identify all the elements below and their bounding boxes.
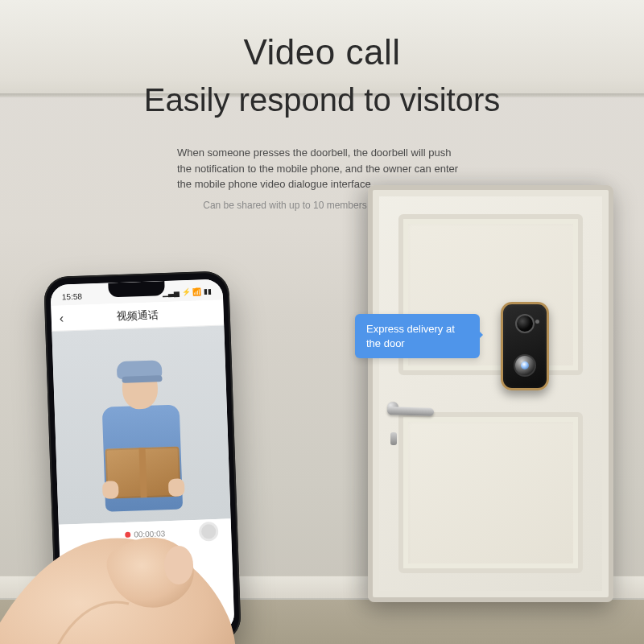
phone-notch [108, 281, 165, 297]
doorbell-ir-led [535, 320, 539, 324]
doorbell-ring-button[interactable] [514, 354, 536, 377]
shutter-button[interactable] [199, 522, 219, 542]
call-timer: 00:00:03 [134, 529, 165, 539]
switch-audio-button[interactable]: ⇄ 切换至语音 [163, 553, 213, 592]
record-icon [125, 531, 130, 537]
speaker-button[interactable]: 🔊 扬声器 [179, 596, 229, 635]
headings: Video call Easily respond to visitors [0, 32, 644, 118]
call-controls: ✦ 变声 ⇄ 切换至语音 ✕ 静音 ✆ 挂断 🔊 [60, 543, 235, 637]
speaker-icon: 🔊 [191, 596, 216, 621]
doorbell-camera-lens [515, 314, 535, 333]
heading-subtitle: Easily respond to visitors [0, 82, 644, 118]
status-icons: ▁▃▅ ⚡ 📶 ▮▮ [163, 287, 212, 297]
door [368, 185, 613, 602]
switch-audio-icon: ⇄ [175, 554, 200, 579]
voice-change-button[interactable]: ✦ 变声 [80, 556, 130, 596]
door-handle [387, 407, 434, 416]
mute-icon: ✕ [80, 600, 105, 625]
door-panel-bottom [398, 412, 583, 573]
door-lock [390, 432, 397, 445]
app-header-title: 视频通话 [116, 308, 159, 324]
hangup-icon: ✆ [135, 598, 160, 623]
courier-figure [86, 351, 196, 523]
phone: 15:58 ▁▃▅ ⚡ 📶 ▮▮ ‹ 视频通话 00:00:03 ✦ [43, 270, 242, 644]
voice-change-icon: ✦ [93, 556, 118, 581]
speech-bubble: Express delivery at the door [355, 314, 480, 358]
back-icon[interactable]: ‹ [59, 311, 64, 325]
phone-screen: 15:58 ▁▃▅ ⚡ 📶 ▮▮ ‹ 视频通话 00:00:03 ✦ [50, 279, 234, 638]
status-time: 15:58 [62, 291, 82, 301]
hangup-button[interactable]: ✆ 挂断 [123, 597, 173, 637]
doorbell-device [501, 302, 549, 390]
heading-title: Video call [0, 32, 644, 72]
mute-button[interactable]: ✕ 静音 [68, 599, 118, 637]
video-feed [52, 326, 230, 525]
